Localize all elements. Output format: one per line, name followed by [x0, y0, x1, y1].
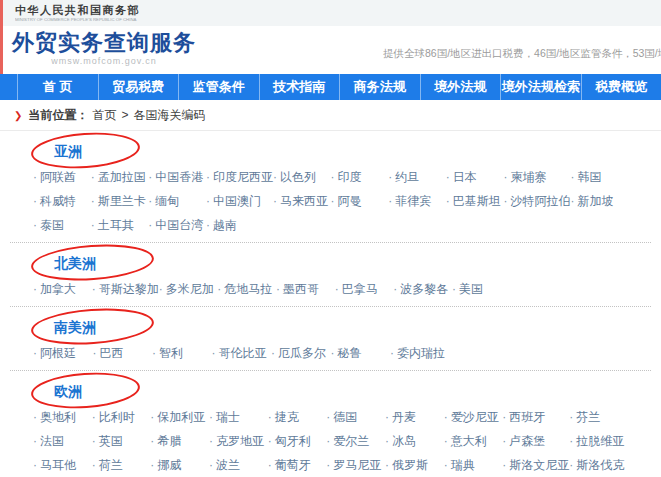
country-link[interactable]: ·斯洛伐克: [569, 453, 628, 477]
country-link[interactable]: ·印度: [331, 165, 389, 189]
country-link[interactable]: ·奥地利: [33, 405, 92, 429]
country-link[interactable]: ·马耳他: [33, 453, 92, 477]
nav-item-1[interactable]: 贸易税费: [99, 74, 180, 100]
continent-title-link[interactable]: 北美洲: [54, 253, 96, 273]
country-link[interactable]: ·芬兰: [569, 405, 628, 429]
country-link[interactable]: ·柬埔寨: [503, 165, 570, 189]
nav-item-3[interactable]: 技术指南: [260, 74, 341, 100]
country-link[interactable]: ·希腊: [150, 429, 209, 453]
continent-header-row: 亚洲: [54, 141, 661, 161]
breadcrumb-home-link[interactable]: 首页: [92, 107, 116, 124]
country-grid: ·奥地利·比利时·保加利亚·瑞士·捷克·德国·丹麦·爱沙尼亚·西班牙·芬兰·法国…: [33, 405, 628, 477]
country-link[interactable]: ·挪威: [150, 453, 209, 477]
country-link[interactable]: ·科威特: [33, 189, 91, 213]
country-link[interactable]: ·以色列: [273, 165, 331, 189]
bullet: ·: [268, 434, 272, 448]
country-name: 巴拿马: [342, 282, 378, 296]
country-link[interactable]: ·哥斯达黎加: [92, 277, 159, 301]
nav-item-2[interactable]: 监管条件: [179, 74, 260, 100]
nav-item-7[interactable]: 税费概览: [582, 74, 661, 100]
country-link[interactable]: ·加拿大: [33, 277, 92, 301]
country-link[interactable]: ·日本: [446, 165, 504, 189]
country-link[interactable]: ·危地马拉: [217, 277, 276, 301]
country-link[interactable]: ·卢森堡: [502, 429, 569, 453]
country-link[interactable]: ·法国: [33, 429, 92, 453]
bullet: ·: [33, 346, 37, 360]
country-link[interactable]: ·葡萄牙: [268, 453, 327, 477]
country-link[interactable]: ·冰岛: [385, 429, 444, 453]
country-link[interactable]: ·越南: [206, 213, 273, 237]
country-name: 意大利: [451, 434, 487, 448]
country-link[interactable]: ·保加利亚: [150, 405, 209, 429]
country-link[interactable]: ·秘鲁: [331, 341, 391, 365]
country-link[interactable]: ·中国澳门: [206, 189, 273, 213]
country-link[interactable]: ·多米尼加: [159, 277, 218, 301]
continent-title-link[interactable]: 亚洲: [54, 141, 82, 161]
country-name: 约旦: [395, 170, 419, 184]
ministry-logo: 中华人民共和国商务部 MINISTRY OF COMMERCE PEOPLE'S…: [15, 4, 184, 23]
country-link[interactable]: ·阿联酋: [33, 165, 91, 189]
country-link[interactable]: ·丹麦: [385, 405, 444, 429]
continent-title-link[interactable]: 欧洲: [54, 381, 82, 401]
country-link[interactable]: ·马来西亚: [273, 189, 331, 213]
country-link[interactable]: ·孟加拉国: [91, 165, 149, 189]
country-link[interactable]: ·沙特阿拉伯: [503, 189, 570, 213]
country-link[interactable]: ·比利时: [92, 405, 151, 429]
country-link[interactable]: ·阿曼: [331, 189, 389, 213]
country-link[interactable]: ·捷克: [268, 405, 327, 429]
country-link[interactable]: ·波多黎各: [393, 277, 452, 301]
country-link[interactable]: ·瑞典: [444, 453, 503, 477]
country-link[interactable]: ·荷兰: [92, 453, 151, 477]
country-link[interactable]: ·克罗地亚: [209, 429, 268, 453]
country-link[interactable]: ·意大利: [444, 429, 503, 453]
bullet: ·: [502, 410, 506, 424]
country-link[interactable]: ·委内瑞拉: [390, 341, 450, 365]
country-link[interactable]: ·拉脱维亚: [569, 429, 628, 453]
nav-item-0[interactable]: 首 页: [18, 74, 99, 100]
nav-item-6[interactable]: 境外法规检索: [501, 74, 582, 100]
bullet: ·: [326, 434, 330, 448]
country-link[interactable]: ·泰国: [33, 213, 91, 237]
country-link[interactable]: ·约旦: [388, 165, 446, 189]
country-link[interactable]: ·巴拿马: [335, 277, 394, 301]
nav-item-5[interactable]: 境外法规: [421, 74, 502, 100]
country-link[interactable]: ·俄罗斯: [385, 453, 444, 477]
continent-title-link[interactable]: 南美洲: [54, 317, 96, 337]
country-name: 中国台湾: [155, 218, 203, 232]
country-link[interactable]: ·韩国: [570, 165, 628, 189]
country-link[interactable]: ·爱沙尼亚: [444, 405, 503, 429]
country-link[interactable]: ·新加坡: [570, 189, 628, 213]
country-link[interactable]: ·缅甸: [148, 189, 206, 213]
country-name: 新加坡: [577, 194, 613, 208]
country-link[interactable]: ·英国: [92, 429, 151, 453]
country-link[interactable]: ·哥伦比亚: [212, 341, 272, 365]
country-link[interactable]: ·西班牙: [502, 405, 569, 429]
country-link[interactable]: ·罗马尼亚: [326, 453, 385, 477]
bullet: ·: [446, 170, 450, 184]
country-link[interactable]: ·斯里兰卡: [91, 189, 149, 213]
country-name: 瑞典: [451, 458, 475, 472]
country-name: 卢森堡: [509, 434, 545, 448]
country-link[interactable]: ·美国: [452, 277, 511, 301]
country-link[interactable]: ·中国香港: [148, 165, 206, 189]
country-name: 罗马尼亚: [333, 458, 381, 472]
country-link[interactable]: ·土耳其: [91, 213, 149, 237]
country-link[interactable]: ·匈牙利: [268, 429, 327, 453]
country-grid: ·阿联酋·孟加拉国·中国香港·印度尼西亚·以色列·印度·约旦·日本·柬埔寨·韩国…: [33, 165, 628, 237]
country-link[interactable]: ·瑞士: [209, 405, 268, 429]
country-link[interactable]: ·墨西哥: [276, 277, 335, 301]
country-link[interactable]: ·巴西: [93, 341, 153, 365]
country-link[interactable]: ·厄瓜多尔: [271, 341, 331, 365]
country-link[interactable]: ·巴基斯坦: [446, 189, 504, 213]
nav-item-4[interactable]: 商务法规: [340, 74, 421, 100]
country-link[interactable]: ·菲律宾: [388, 189, 446, 213]
country-link[interactable]: ·爱尔兰: [326, 429, 385, 453]
country-name: 波多黎各: [400, 282, 448, 296]
country-link[interactable]: ·印度尼西亚: [206, 165, 273, 189]
country-link[interactable]: ·波兰: [209, 453, 268, 477]
country-link[interactable]: ·斯洛文尼亚: [502, 453, 569, 477]
country-link[interactable]: ·阿根廷: [33, 341, 93, 365]
country-link[interactable]: ·德国: [326, 405, 385, 429]
country-link[interactable]: ·中国台湾: [148, 213, 206, 237]
country-link[interactable]: ·智利: [152, 341, 212, 365]
